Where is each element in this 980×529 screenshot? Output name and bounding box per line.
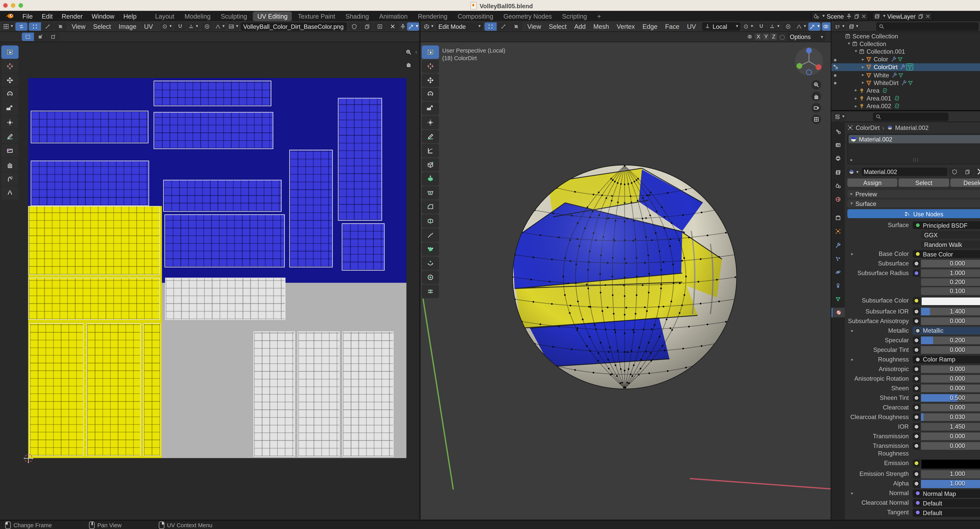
properties-search-input[interactable] — [873, 112, 948, 121]
tool-edge-slide[interactable] — [422, 285, 439, 298]
material-name-field[interactable]: Material.002 — [861, 168, 948, 176]
properties-tab-constraints[interactable] — [831, 281, 845, 291]
workspace-tab-sculpting[interactable]: Sculpting — [216, 11, 252, 21]
uv-island[interactable] — [31, 111, 149, 143]
viewport-menu-select[interactable]: Select — [545, 23, 570, 30]
property-ggx-dropdown[interactable]: GGX▾ — [921, 231, 980, 239]
snap-toggle[interactable] — [756, 22, 768, 30]
uv-island[interactable] — [289, 150, 333, 267]
property-specular-tint-slider[interactable]: 0.000 — [921, 346, 980, 354]
expand-arrow-icon[interactable]: ▾ — [846, 41, 852, 46]
expand-arrow-icon[interactable]: ▸ — [853, 95, 859, 101]
workspace-tab-layout[interactable]: Layout — [151, 11, 179, 21]
mirror-x-toggle[interactable]: X — [755, 33, 762, 40]
expand-arrow-icon[interactable]: ▸ — [860, 64, 866, 70]
snap-target-button[interactable]: ▾ — [768, 22, 781, 30]
properties-tab-object[interactable] — [831, 227, 845, 236]
snap-toggle[interactable] — [174, 22, 186, 30]
editor-type-properties-button[interactable]: ▾ — [833, 112, 846, 121]
property-transmission-roughness-slider[interactable]: 0.000 — [921, 442, 980, 450]
properties-tab-particles[interactable] — [831, 254, 845, 263]
uv-island[interactable] — [338, 98, 382, 221]
mirror-y-toggle[interactable]: Y — [763, 33, 770, 40]
tool-smooth[interactable] — [422, 270, 439, 284]
editor-type-uv-button[interactable]: ▾ — [2, 22, 14, 30]
slot-expand-icon[interactable]: ▸ — [851, 157, 853, 162]
property-base-color-link[interactable]: Base Color — [913, 250, 980, 258]
slot-grip[interactable] — [912, 158, 919, 163]
expand-arrow-icon[interactable]: ▸ — [853, 88, 859, 93]
uv-island[interactable] — [165, 278, 285, 320]
uv-select-vertex-button[interactable] — [29, 22, 41, 30]
uv-island[interactable] — [29, 323, 84, 456]
properties-tab-world[interactable] — [831, 194, 845, 204]
face-mode-button[interactable] — [510, 22, 522, 30]
orthographic-toggle-icon[interactable] — [811, 114, 821, 124]
uv-menu-view[interactable]: View — [68, 23, 89, 30]
navigation-gizmo[interactable] — [794, 47, 824, 76]
workspace-tab-rendering[interactable]: Rendering — [414, 11, 452, 21]
select-extend-button[interactable] — [35, 33, 47, 41]
uv-island[interactable] — [86, 323, 141, 456]
outliner-filter-mode-button[interactable]: ▾ — [847, 22, 860, 30]
browse-material-button[interactable]: ▾ — [847, 168, 860, 176]
menu-file[interactable]: File — [18, 13, 37, 20]
mirror-z-toggle[interactable]: Z — [770, 33, 777, 40]
tool-inset-faces[interactable] — [422, 186, 439, 200]
property-anisotropic-rotation-slider[interactable]: 0.000 — [921, 375, 980, 383]
mode-selector[interactable]: Edit Mode▾ — [436, 22, 483, 30]
workspace-tab-compositing[interactable]: Compositing — [453, 11, 498, 21]
outliner-row-area[interactable]: ▸Area — [831, 87, 980, 94]
blender-logo-icon[interactable] — [5, 13, 14, 19]
workspace-tab-animation[interactable]: Animation — [375, 11, 412, 21]
property-subsurface-ior-slider[interactable]: 1.400 — [921, 308, 980, 315]
viewport-menu-face[interactable]: Face — [661, 23, 683, 30]
viewport-menu-uv[interactable]: UV — [683, 23, 700, 30]
material-slot-list[interactable]: Material.002 ▸ — [847, 133, 980, 164]
uv-2d-cursor[interactable] — [24, 454, 33, 462]
fake-user-shield-button[interactable] — [348, 22, 360, 30]
image-browse-button[interactable]: ▾ — [227, 22, 239, 30]
property-metallic-link[interactable]: Metallic — [913, 327, 980, 335]
select-button[interactable]: Select — [899, 178, 949, 187]
property-clearcoat-slider[interactable]: 0.000 — [921, 404, 980, 411]
property-alpha-slider[interactable]: 1.000 — [921, 480, 980, 488]
transform-orientation-selector[interactable]: Local▾ — [702, 22, 741, 30]
workspace-tab-shading[interactable]: Shading — [341, 11, 373, 21]
vertex-mode-button[interactable] — [485, 22, 497, 30]
copy-icon[interactable] — [918, 13, 923, 19]
close-icon[interactable]: ✕ — [861, 13, 867, 20]
overlays-toggle[interactable]: ▾ — [822, 22, 830, 30]
proportional-falloff-button[interactable]: ▾ — [795, 22, 807, 30]
tool-transform[interactable] — [422, 116, 439, 129]
property-clearcoat-normal-link[interactable]: Default — [913, 499, 980, 507]
pan-hand-icon[interactable] — [404, 60, 414, 69]
properties-tab-physics[interactable] — [831, 267, 845, 277]
expand-arrow-icon[interactable]: ▸ — [853, 103, 859, 108]
pivot-point-button[interactable]: ▾ — [742, 22, 754, 30]
workspace-tab-texture-paint[interactable]: Texture Paint — [293, 11, 340, 21]
proportional-falloff-button[interactable]: ▾ — [213, 22, 226, 30]
properties-tab-collection[interactable] — [831, 213, 845, 223]
tool-extrude-region[interactable] — [422, 172, 439, 186]
property-sheen-tint-slider[interactable]: 0.500 — [921, 394, 980, 402]
tool-move[interactable] — [422, 74, 439, 87]
property-transmission-slider[interactable]: 0.000 — [921, 432, 980, 440]
uv-menu-uv[interactable]: UV — [140, 23, 157, 30]
edge-mode-button[interactable] — [497, 22, 509, 30]
menu-render[interactable]: Render — [57, 13, 87, 20]
collapse-region-icon[interactable]: ‹ — [415, 49, 417, 55]
property-anisotropic-slider[interactable]: 0.000 — [921, 365, 980, 373]
material-slot-active[interactable]: Material.002 — [849, 135, 980, 143]
select-set-button[interactable] — [22, 33, 34, 41]
property-emission-color-swatch[interactable] — [921, 459, 980, 469]
expand-arrow-icon[interactable]: ▸ — [860, 72, 866, 77]
uv-island[interactable] — [28, 206, 160, 275]
image-name-field[interactable]: VolleyBall_Color_Dirt_BaseColor.png.001 — [241, 22, 347, 30]
deselect-button[interactable]: Deselect — [950, 178, 980, 187]
uv-island[interactable] — [154, 112, 274, 149]
viewport-menu-edge[interactable]: Edge — [639, 23, 661, 30]
property-sheen-slider[interactable]: 0.000 — [921, 384, 980, 392]
uv-canvas[interactable] — [0, 41, 419, 519]
options-dropdown[interactable]: Options▾ — [787, 33, 826, 41]
